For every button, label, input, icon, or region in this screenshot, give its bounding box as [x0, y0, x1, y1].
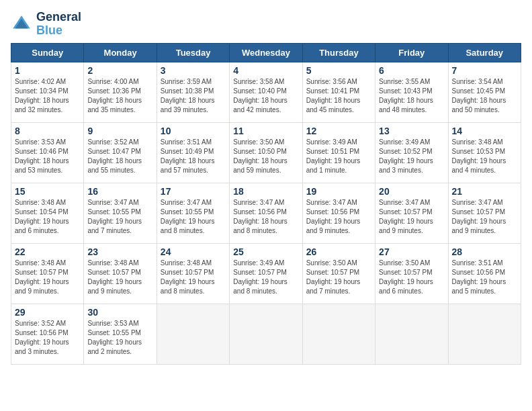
day-info: Sunrise: 4:02 AM Sunset: 10:34 PM Daylig…: [15, 77, 80, 115]
week-row-2: 8Sunrise: 3:53 AM Sunset: 10:46 PM Dayli…: [11, 122, 521, 183]
day-info: Sunrise: 3:48 AM Sunset: 10:57 PM Daylig…: [15, 259, 80, 296]
day-cell: 12Sunrise: 3:49 AM Sunset: 10:51 PM Dayl…: [302, 122, 375, 183]
day-number: 25: [233, 246, 298, 257]
day-info: Sunrise: 3:52 AM Sunset: 10:56 PM Daylig…: [15, 319, 80, 357]
header: General Blue: [11, 11, 521, 38]
day-info: Sunrise: 3:47 AM Sunset: 10:55 PM Daylig…: [87, 198, 152, 236]
day-cell: 26Sunrise: 3:50 AM Sunset: 10:57 PM Dayl…: [302, 243, 375, 304]
day-info: Sunrise: 3:55 AM Sunset: 10:43 PM Daylig…: [379, 77, 444, 115]
day-cell: 16Sunrise: 3:47 AM Sunset: 10:55 PM Dayl…: [84, 183, 157, 243]
day-cell: 13Sunrise: 3:49 AM Sunset: 10:52 PM Dayl…: [375, 122, 448, 183]
day-number: 1: [15, 65, 80, 76]
day-number: 5: [306, 65, 371, 76]
logo-icon: [11, 13, 32, 35]
day-number: 10: [161, 126, 226, 136]
day-cell: 2Sunrise: 4:00 AM Sunset: 10:36 PM Dayli…: [84, 62, 157, 122]
day-info: Sunrise: 3:52 AM Sunset: 10:47 PM Daylig…: [87, 138, 152, 175]
day-number: 29: [15, 307, 80, 318]
day-cell: 7Sunrise: 3:54 AM Sunset: 10:45 PM Dayli…: [448, 62, 521, 122]
day-number: 22: [15, 246, 80, 257]
day-cell: 21Sunrise: 3:47 AM Sunset: 10:57 PM Dayl…: [448, 183, 521, 243]
logo-text: General Blue: [36, 11, 81, 38]
col-header-wednesday: Wednesday: [230, 43, 302, 62]
day-cell: 22Sunrise: 3:48 AM Sunset: 10:57 PM Dayl…: [11, 243, 84, 304]
day-number: 23: [87, 246, 152, 257]
day-cell: 3Sunrise: 3:59 AM Sunset: 10:38 PM Dayli…: [157, 62, 229, 122]
day-number: 3: [161, 65, 226, 76]
day-cell: 18Sunrise: 3:47 AM Sunset: 10:56 PM Dayl…: [230, 183, 302, 243]
day-cell: 25Sunrise: 3:49 AM Sunset: 10:57 PM Dayl…: [230, 243, 302, 304]
day-cell: 10Sunrise: 3:51 AM Sunset: 10:49 PM Dayl…: [157, 122, 229, 183]
day-number: 15: [15, 186, 80, 197]
col-header-tuesday: Tuesday: [157, 43, 229, 62]
day-number: 4: [233, 65, 298, 76]
day-info: Sunrise: 3:53 AM Sunset: 10:46 PM Daylig…: [15, 138, 80, 175]
day-number: 9: [87, 126, 152, 136]
col-header-sunday: Sunday: [11, 43, 84, 62]
day-cell: 15Sunrise: 3:48 AM Sunset: 10:54 PM Dayl…: [11, 183, 84, 243]
day-cell: 23Sunrise: 3:48 AM Sunset: 10:57 PM Dayl…: [84, 243, 157, 304]
day-cell: 19Sunrise: 3:47 AM Sunset: 10:56 PM Dayl…: [302, 183, 375, 243]
day-number: 27: [379, 246, 444, 257]
day-number: 28: [452, 246, 517, 257]
day-info: Sunrise: 3:56 AM Sunset: 10:41 PM Daylig…: [306, 77, 371, 115]
day-number: 14: [452, 126, 517, 136]
col-header-monday: Monday: [84, 43, 157, 62]
day-cell: [375, 304, 448, 364]
day-info: Sunrise: 3:49 AM Sunset: 10:51 PM Daylig…: [306, 138, 371, 175]
day-info: Sunrise: 3:51 AM Sunset: 10:49 PM Daylig…: [161, 138, 226, 175]
day-info: Sunrise: 3:50 AM Sunset: 10:57 PM Daylig…: [306, 259, 371, 296]
day-info: Sunrise: 3:47 AM Sunset: 10:56 PM Daylig…: [306, 198, 371, 236]
day-cell: 17Sunrise: 3:47 AM Sunset: 10:55 PM Dayl…: [157, 183, 229, 243]
day-info: Sunrise: 3:51 AM Sunset: 10:56 PM Daylig…: [452, 259, 517, 296]
day-cell: [302, 304, 375, 364]
day-info: Sunrise: 3:47 AM Sunset: 10:55 PM Daylig…: [161, 198, 226, 236]
day-number: 18: [233, 186, 298, 197]
day-cell: 9Sunrise: 3:52 AM Sunset: 10:47 PM Dayli…: [84, 122, 157, 183]
day-info: Sunrise: 3:58 AM Sunset: 10:40 PM Daylig…: [233, 77, 298, 115]
day-cell: 14Sunrise: 3:48 AM Sunset: 10:53 PM Dayl…: [448, 122, 521, 183]
day-number: 6: [379, 65, 444, 76]
day-number: 16: [87, 186, 152, 197]
day-number: 26: [306, 246, 371, 257]
day-number: 30: [87, 307, 152, 318]
week-row-3: 15Sunrise: 3:48 AM Sunset: 10:54 PM Dayl…: [11, 183, 521, 243]
day-cell: 20Sunrise: 3:47 AM Sunset: 10:57 PM Dayl…: [375, 183, 448, 243]
day-cell: 30Sunrise: 3:53 AM Sunset: 10:55 PM Dayl…: [84, 304, 157, 364]
col-header-thursday: Thursday: [302, 43, 375, 62]
day-number: 8: [15, 126, 80, 136]
week-row-4: 22Sunrise: 3:48 AM Sunset: 10:57 PM Dayl…: [11, 243, 521, 304]
day-number: 21: [452, 186, 517, 197]
day-number: 13: [379, 126, 444, 136]
day-cell: [230, 304, 302, 364]
day-info: Sunrise: 3:48 AM Sunset: 10:54 PM Daylig…: [15, 198, 80, 236]
day-cell: 1Sunrise: 4:02 AM Sunset: 10:34 PM Dayli…: [11, 62, 84, 122]
day-number: 11: [233, 126, 298, 136]
col-header-saturday: Saturday: [448, 43, 521, 62]
day-info: Sunrise: 3:48 AM Sunset: 10:57 PM Daylig…: [161, 259, 226, 296]
day-cell: 28Sunrise: 3:51 AM Sunset: 10:56 PM Dayl…: [448, 243, 521, 304]
day-info: Sunrise: 3:50 AM Sunset: 10:50 PM Daylig…: [233, 138, 298, 175]
day-cell: 11Sunrise: 3:50 AM Sunset: 10:50 PM Dayl…: [230, 122, 302, 183]
day-number: 17: [161, 186, 226, 197]
day-cell: [448, 304, 521, 364]
day-info: Sunrise: 3:53 AM Sunset: 10:55 PM Daylig…: [87, 319, 152, 357]
day-cell: 27Sunrise: 3:50 AM Sunset: 10:57 PM Dayl…: [375, 243, 448, 304]
day-info: Sunrise: 4:00 AM Sunset: 10:36 PM Daylig…: [87, 77, 152, 115]
day-cell: 5Sunrise: 3:56 AM Sunset: 10:41 PM Dayli…: [302, 62, 375, 122]
day-cell: 24Sunrise: 3:48 AM Sunset: 10:57 PM Dayl…: [157, 243, 229, 304]
day-info: Sunrise: 3:48 AM Sunset: 10:57 PM Daylig…: [87, 259, 152, 296]
week-row-5: 29Sunrise: 3:52 AM Sunset: 10:56 PM Dayl…: [11, 304, 521, 364]
day-info: Sunrise: 3:49 AM Sunset: 10:57 PM Daylig…: [233, 259, 298, 296]
day-info: Sunrise: 3:54 AM Sunset: 10:45 PM Daylig…: [452, 77, 517, 115]
day-cell: 8Sunrise: 3:53 AM Sunset: 10:46 PM Dayli…: [11, 122, 84, 183]
day-number: 2: [87, 65, 152, 76]
logo: General Blue: [11, 11, 81, 38]
day-number: 24: [161, 246, 226, 257]
day-info: Sunrise: 3:49 AM Sunset: 10:52 PM Daylig…: [379, 138, 444, 175]
day-number: 19: [306, 186, 371, 197]
day-cell: 6Sunrise: 3:55 AM Sunset: 10:43 PM Dayli…: [375, 62, 448, 122]
day-cell: 4Sunrise: 3:58 AM Sunset: 10:40 PM Dayli…: [230, 62, 302, 122]
day-info: Sunrise: 3:48 AM Sunset: 10:53 PM Daylig…: [452, 138, 517, 175]
day-info: Sunrise: 3:47 AM Sunset: 10:57 PM Daylig…: [452, 198, 517, 236]
